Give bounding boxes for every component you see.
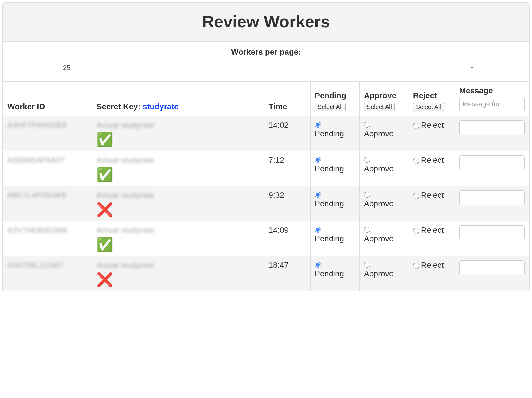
secret-key-cell: Actual studyrate❌ [92, 186, 264, 221]
x-icon: ❌ [96, 273, 260, 287]
secret-key-value: studyrate [143, 102, 178, 111]
reject-cell: Reject [409, 186, 455, 221]
col-header-time: Time [264, 82, 310, 116]
approve-select-all-button[interactable]: Select All [364, 103, 395, 111]
check-icon: ✅ [96, 168, 260, 181]
message-header-label: Message [459, 86, 525, 96]
time-cell: 14:02 [264, 116, 310, 151]
reject-radio[interactable] [413, 228, 419, 234]
worker-id-cell: A9C7L4PGK0KE [3, 186, 92, 221]
message-input[interactable] [459, 225, 525, 240]
approve-label: Approve [364, 129, 394, 139]
col-header-approve: Approve Select All [359, 82, 409, 116]
approve-radio[interactable] [364, 192, 370, 198]
reject-cell: Reject [409, 256, 455, 291]
pending-label: Pending [315, 234, 344, 244]
reject-label: Reject [421, 155, 444, 165]
secret-key-label: Secret Key: [96, 102, 143, 111]
approve-cell: Approve [359, 221, 409, 256]
pending-cell: Pending [310, 221, 359, 256]
reject-cell: Reject [409, 221, 455, 256]
check-icon: ✅ [96, 238, 260, 252]
message-input[interactable] [459, 190, 525, 205]
worker-id-value: A3HF7FH0G0E6 [7, 121, 67, 130]
reject-radio[interactable] [413, 123, 419, 129]
secret-key-cell: Actual studyrate✅ [92, 116, 264, 151]
approve-radio[interactable] [364, 157, 370, 163]
pending-label: Pending [315, 199, 344, 209]
page-title: Review Workers [9, 12, 523, 31]
approve-radio[interactable] [364, 122, 370, 128]
pending-cell: Pending [310, 186, 359, 221]
reject-header-label: Reject [413, 91, 450, 100]
table-row: A9C7L4PGK0KEActual studyrate❌9:32Pending… [3, 186, 529, 221]
pending-label: Pending [315, 269, 344, 279]
col-header-worker-id: Worker ID [3, 82, 92, 116]
approve-label: Approve [364, 164, 394, 174]
pending-label: Pending [315, 129, 344, 139]
message-input[interactable] [459, 260, 525, 275]
reject-cell: Reject [409, 151, 455, 186]
secret-key-entry: Actual studyrate [96, 121, 154, 130]
message-cell [455, 186, 529, 221]
table-row: A3HF7FH0G0E6Actual studyrate✅14:02Pendin… [3, 116, 529, 151]
workers-table: Worker ID Secret Key: studyrate Time Pen… [3, 81, 529, 291]
secret-key-entry: Actual studyrate [96, 226, 154, 235]
message-input[interactable] [459, 120, 525, 135]
approve-cell: Approve [359, 256, 409, 291]
approve-radio[interactable] [364, 262, 370, 268]
approve-header-label: Approve [364, 91, 404, 100]
message-input[interactable] [459, 155, 525, 170]
pending-radio[interactable] [315, 227, 321, 233]
reject-radio[interactable] [413, 193, 419, 199]
approve-cell: Approve [359, 186, 409, 221]
worker-id-cell: A2E89G4F5A37 [3, 151, 92, 186]
table-row: A2V7HEB0D3N8Actual studyrate✅14:09Pendin… [3, 221, 529, 256]
worker-id-cell: A34T58L21G87 [3, 256, 92, 291]
pending-cell: Pending [310, 256, 359, 291]
worker-id-cell: A2V7HEB0D3N8 [3, 221, 92, 256]
reject-cell: Reject [409, 116, 455, 151]
message-cell [455, 116, 529, 151]
approve-cell: Approve [359, 116, 409, 151]
pending-label: Pending [315, 164, 344, 174]
time-cell: 7:12 [264, 151, 310, 186]
message-header-input[interactable] [459, 97, 525, 111]
reject-radio[interactable] [413, 158, 419, 164]
message-cell [455, 151, 529, 186]
pending-radio[interactable] [315, 157, 321, 163]
worker-id-value: A9C7L4PGK0KE [7, 191, 67, 200]
time-cell: 14:09 [264, 221, 310, 256]
pending-radio[interactable] [315, 262, 321, 268]
worker-id-cell: A3HF7FH0G0E6 [3, 116, 92, 151]
workers-per-page-select[interactable]: 25 [57, 60, 475, 75]
col-header-pending: Pending Select All [310, 82, 359, 116]
workers-per-page-label: Workers per page: [9, 47, 523, 57]
col-header-reject: Reject Select All [409, 82, 455, 116]
pending-header-label: Pending [315, 91, 355, 100]
col-header-secret-key: Secret Key: studyrate [92, 82, 264, 116]
reject-select-all-button[interactable]: Select All [413, 103, 444, 111]
approve-cell: Approve [359, 151, 409, 186]
pending-cell: Pending [310, 116, 359, 151]
reject-radio[interactable] [413, 263, 419, 269]
reject-label: Reject [421, 120, 444, 130]
worker-id-value: A2V7HEB0D3N8 [7, 226, 67, 235]
time-cell: 18:47 [264, 256, 310, 291]
approve-label: Approve [364, 269, 394, 279]
secret-key-entry: Actual studyrate [96, 261, 154, 270]
worker-id-value: A2E89G4F5A37 [7, 156, 65, 165]
approve-label: Approve [364, 234, 394, 244]
x-icon: ❌ [96, 203, 260, 217]
secret-key-cell: Actual studyrate✅ [92, 221, 264, 256]
secret-key-cell: Actual studyrate✅ [92, 151, 264, 186]
pending-radio[interactable] [315, 192, 321, 198]
secret-key-entry: Actual studyrate [96, 156, 154, 165]
col-header-message: Message [455, 82, 529, 116]
secret-key-cell: Actual studyrate❌ [92, 256, 264, 291]
message-cell [455, 256, 529, 291]
approve-radio[interactable] [364, 227, 370, 233]
pending-select-all-button[interactable]: Select All [315, 103, 346, 111]
pending-radio[interactable] [315, 122, 321, 128]
pending-cell: Pending [310, 151, 359, 186]
